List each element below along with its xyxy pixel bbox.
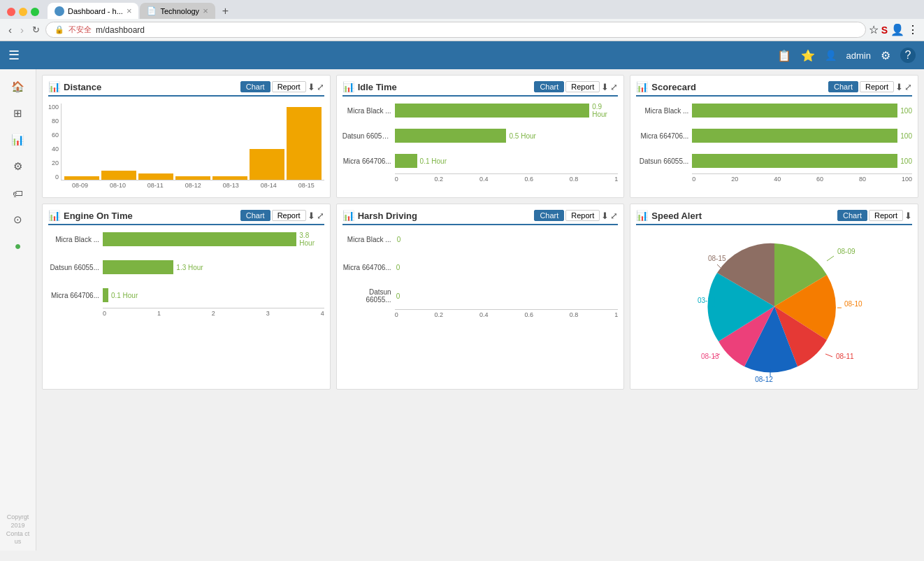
engine-on-time-title: 📊 Engine On Time (48, 210, 133, 221)
idle-time-actions: Chart Report ⬇ ⤢ (534, 81, 618, 92)
svg-line-1 (827, 256, 834, 261)
svg-text:08-10: 08-10 (844, 300, 862, 308)
menu-button[interactable]: ⋮ (907, 23, 918, 36)
harsh-driving-actions: Chart Report ⬇ ⤢ (534, 210, 618, 221)
scorecard-icon: 📊 (636, 81, 648, 92)
url-bar[interactable]: 🔒 不安全 m/dashboard (45, 22, 866, 38)
engine-on-time-actions: Chart Report ⬇ ⤢ (240, 210, 324, 221)
tab2-favicon: 📄 (147, 6, 157, 15)
harsh-report-btn[interactable]: Report (565, 210, 600, 221)
account-button[interactable]: 👤 (890, 23, 904, 36)
speed-report-btn[interactable]: Report (869, 210, 903, 221)
idle-time-chart-area: Micra Black ... 0.9 Hour Datsun 66055... (342, 101, 619, 185)
bookmark-button[interactable]: ☆ (869, 23, 879, 36)
help-icon[interactable]: ? (900, 48, 916, 63)
settings-icon[interactable]: ⚙ (881, 49, 890, 62)
star-icon[interactable]: ⭐ (801, 49, 815, 62)
sidebar-item-chart[interactable]: 📊 (6, 128, 31, 152)
app-body: 🏠 ⊞ 📊 ⚙ 🏷 ⊙ ● Copyrgt 2019 Conta ct us 📊 (0, 69, 924, 551)
maximize-button[interactable] (31, 8, 39, 16)
speed-alert-chart-area: 08-09 08-10 08-11 08-12 08-13 03-14 (636, 229, 912, 383)
profile-s-button[interactable]: S (881, 24, 888, 36)
close-button[interactable] (7, 8, 15, 16)
speed-chart-btn[interactable]: Chart (837, 210, 867, 221)
browser-navbar: ‹ › ↻ 🔒 不安全 m/dashboard ☆ S 👤 ⋮ (0, 19, 924, 41)
reload-button[interactable]: ↻ (29, 23, 43, 36)
vchart-bar-0 (64, 176, 99, 180)
sidebar-item-dot[interactable]: ● (6, 234, 31, 258)
url-warning: 不安全 (68, 24, 92, 35)
new-tab-button[interactable]: + (217, 3, 234, 19)
engine-on-time-chart-area: Micra Black ... 3.8 Hour Datsun 66055...… (48, 229, 324, 320)
vchart-bar-3 (175, 176, 210, 180)
harsh-chart-btn[interactable]: Chart (534, 210, 564, 221)
engine-expand-icon[interactable]: ⤢ (317, 211, 324, 221)
scorecard-report-btn[interactable]: Report (860, 81, 894, 92)
vchart-bar-1 (101, 171, 136, 180)
speed-alert-pie: 08-09 08-10 08-11 08-12 08-13 03-14 (698, 229, 851, 383)
tab2-label: Technology (160, 7, 199, 15)
distance-download-icon[interactable]: ⬇ (308, 82, 315, 92)
sidebar-item-circle[interactable]: ⊙ (6, 208, 31, 232)
sidebar-item-tag[interactable]: 🏷 (6, 181, 31, 205)
scorecard-expand-icon[interactable]: ⤢ (904, 82, 912, 92)
url-text: m/dashboard (96, 25, 145, 35)
engine-report-btn[interactable]: Report (272, 210, 306, 221)
svg-text:08-09: 08-09 (837, 248, 856, 255)
distance-chart-btn[interactable]: Chart (240, 81, 270, 92)
harsh-expand-icon[interactable]: ⤢ (610, 211, 618, 221)
distance-icon: 📊 (48, 81, 60, 92)
vchart-bar-2 (138, 173, 173, 180)
forward-button[interactable]: › (17, 22, 27, 37)
distance-vchart (61, 104, 324, 180)
tab1-close-icon[interactable]: × (127, 6, 132, 16)
scorecard-chart-card: 📊 Scorecard Chart Report ⬇ ⤢ Micra Black (630, 75, 918, 198)
distance-report-btn[interactable]: Report (272, 81, 306, 92)
browser-tab-2[interactable]: 📄 Technology × (140, 3, 215, 19)
svg-text:03-14: 03-14 (698, 297, 716, 304)
back-button[interactable]: ‹ (6, 22, 15, 37)
sidebar-item-grid[interactable]: ⊞ (6, 101, 31, 125)
app-container: ☰ 📋 ⭐ 👤 admin ⚙ ? 🏠 ⊞ 📊 ⚙ 🏷 ⊙ ● Copyrgt … (0, 41, 924, 551)
sidebar-item-settings[interactable]: ⚙ (6, 155, 31, 178)
engine-on-time-header: 📊 Engine On Time Chart Report ⬇ ⤢ (48, 210, 324, 225)
idle-chart-btn[interactable]: Chart (534, 81, 564, 92)
engine-chart-btn[interactable]: Chart (240, 210, 270, 221)
sidebar-copyright: Copyrgt 2019 Conta ct us (0, 509, 36, 551)
harsh-driving-chart-area: Micra Black ... 0 Micra 664706... 0 (342, 229, 619, 321)
scorecard-chart-btn[interactable]: Chart (828, 81, 858, 92)
browser-window: Dashboard - h... × 📄 Technology × + ‹ › … (0, 0, 924, 41)
tab2-close-icon[interactable]: × (203, 6, 208, 16)
header-left: ☰ (8, 48, 20, 63)
harsh-driving-chart-card: 📊 Harsh Driving Chart Report ⬇ ⤢ Micra B… (336, 204, 625, 390)
distance-actions: Chart Report ⬇ ⤢ (240, 81, 324, 92)
engine-download-icon[interactable]: ⬇ (308, 211, 315, 221)
speed-download-icon[interactable]: ⬇ (904, 211, 912, 221)
svg-text:08-11: 08-11 (836, 353, 854, 360)
distance-expand-icon[interactable]: ⤢ (317, 82, 324, 92)
svg-line-5 (825, 354, 832, 357)
tab1-label: Dashboard - h... (68, 7, 123, 15)
hamburger-icon[interactable]: ☰ (8, 48, 20, 63)
minimize-button[interactable] (19, 8, 27, 16)
harsh-driving-title: 📊 Harsh Driving (342, 210, 417, 221)
speed-alert-icon: 📊 (636, 210, 648, 221)
speed-alert-actions: Chart Report ⬇ (837, 210, 912, 221)
notifications-icon[interactable]: 📋 (777, 49, 791, 62)
user-icon: 👤 (825, 50, 837, 61)
idle-expand-icon[interactable]: ⤢ (610, 82, 618, 92)
idle-report-btn[interactable]: Report (565, 81, 600, 92)
harsh-download-icon[interactable]: ⬇ (601, 211, 609, 221)
idle-download-icon[interactable]: ⬇ (601, 82, 609, 92)
sidebar: 🏠 ⊞ 📊 ⚙ 🏷 ⊙ ● Copyrgt 2019 Conta ct us (0, 69, 36, 551)
browser-tab-1[interactable]: Dashboard - h... × (48, 3, 138, 19)
header-right: 📋 ⭐ 👤 admin ⚙ ? (777, 48, 916, 63)
engine-on-time-chart-card: 📊 Engine On Time Chart Report ⬇ ⤢ Micra … (42, 204, 331, 390)
sidebar-item-home[interactable]: 🏠 (6, 75, 31, 99)
scorecard-download-icon[interactable]: ⬇ (895, 82, 903, 92)
main-content: 📊 Distance Chart Report ⬇ ⤢ (36, 69, 924, 551)
idle-time-chart-card: 📊 Idle Time Chart Report ⬇ ⤢ (336, 75, 625, 198)
tab1-favicon (55, 6, 64, 16)
distance-chart-header: 📊 Distance Chart Report ⬇ ⤢ (48, 81, 324, 97)
speed-alert-chart-card: 📊 Speed Alert Chart Report ⬇ (630, 204, 918, 390)
